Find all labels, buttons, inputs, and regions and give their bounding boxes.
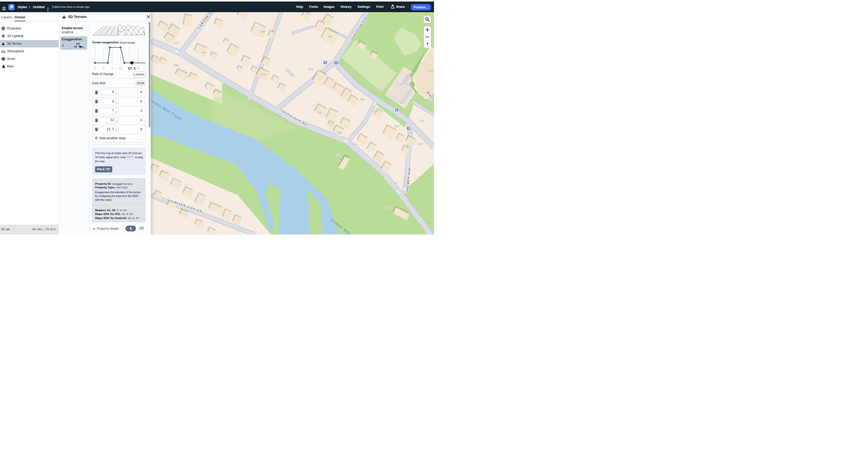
svg-text:224: 224 — [428, 69, 433, 72]
svg-text:223: 223 — [376, 87, 381, 90]
svg-text:288: 288 — [260, 30, 265, 33]
svg-text:4: 4 — [103, 67, 104, 70]
svg-text:211: 211 — [420, 119, 424, 122]
svg-text:220: 220 — [385, 206, 390, 209]
svg-text:275: 275 — [261, 73, 266, 76]
svg-text:216: 216 — [394, 125, 399, 128]
svg-text:232: 232 — [360, 98, 365, 101]
svg-text:319: 319 — [174, 41, 179, 44]
svg-text:247: 247 — [318, 111, 322, 114]
svg-text:0: 0 — [94, 67, 96, 70]
svg-text:262: 262 — [308, 68, 313, 71]
svg-text:20: 20 — [136, 67, 140, 70]
svg-text:8: 8 — [111, 67, 113, 70]
svg-text:265: 265 — [328, 35, 332, 38]
svg-text:17.1: 17.1 — [128, 67, 135, 70]
svg-text:235: 235 — [337, 131, 342, 134]
svg-text:12: 12 — [119, 67, 122, 70]
svg-text:230: 230 — [374, 110, 378, 113]
svg-text:214: 214 — [418, 143, 423, 146]
svg-text:299: 299 — [202, 51, 206, 54]
svg-text:332: 332 — [338, 52, 342, 55]
svg-text:308: 308 — [173, 64, 178, 67]
svg-text:229: 229 — [351, 143, 356, 146]
svg-text:230: 230 — [336, 154, 340, 157]
svg-text:301: 301 — [393, 182, 397, 185]
